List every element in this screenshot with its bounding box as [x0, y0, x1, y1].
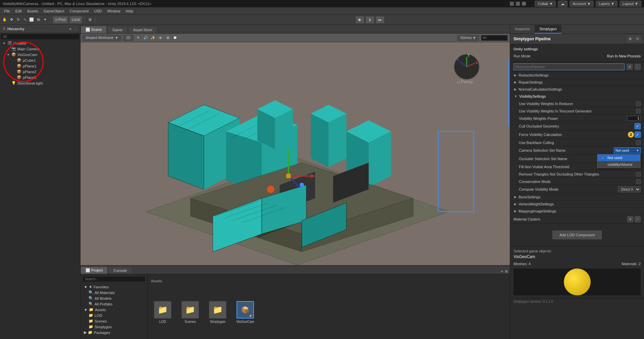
project-scenes-folder[interactable]: 📁 Scenes [82, 318, 146, 324]
rect-tool[interactable]: ⬜ [29, 17, 34, 22]
hier-item-pplane3[interactable]: 📦 pPlane3 [0, 75, 80, 80]
hand-tool[interactable]: ✋ [2, 17, 7, 22]
transform-tool[interactable]: ⊞ [36, 17, 41, 22]
pipeline-bone-settings[interactable]: ▶ BoneSettings [510, 194, 644, 201]
project-all-prefabs[interactable]: 🔍 All Prefabs [82, 301, 146, 307]
menu-usd[interactable]: USD [91, 8, 104, 14]
hier-item-pcube1[interactable]: 📦 pCube1 [0, 57, 80, 63]
hier-item-untitled[interactable]: ▼ 🎬 Untitled [0, 40, 80, 46]
compute-visibility-select[interactable]: Direct X Raycast [618, 186, 641, 192]
reduction-pipeline-input[interactable] [514, 63, 625, 70]
view-2d-btn[interactable]: 2D [123, 35, 133, 41]
project-assets-folder[interactable]: ▼ 📁 Assets [82, 307, 146, 312]
dropdown-opt-not-used[interactable]: ✓ Not used [597, 154, 640, 161]
tab-game[interactable]: Game [107, 26, 127, 33]
layout-btn[interactable]: Layout ▼ [620, 1, 641, 7]
menu-edit[interactable]: Edit [13, 8, 24, 14]
pipeline-mapping-image[interactable]: ▶ MappingImageSettings [510, 208, 644, 215]
pipeline-repair-settings[interactable]: ▶ RepairSettings [510, 79, 644, 86]
settings-gear-btn[interactable]: ⚙ [627, 36, 633, 42]
scene-view[interactable]: x y z ◁ Persp [80, 42, 510, 265]
gizmos-btn[interactable]: Gizmos ▼ [457, 35, 479, 41]
move-tool[interactable]: ✥ [9, 17, 14, 22]
scene-lights-btn[interactable]: ☀ [136, 35, 141, 41]
hier-item-pplane2[interactable]: 📦 pPlane2 [0, 69, 80, 75]
close-panel-btn[interactable]: ✕ [635, 36, 641, 42]
checkbox-backface[interactable] [636, 140, 641, 145]
rotate-tool[interactable]: ↻ [15, 17, 21, 22]
project-lod-folder[interactable]: 📁 LOD [82, 312, 146, 318]
pipeline-visibility-settings[interactable]: ▼ VisibilitySettings [510, 93, 644, 100]
scene-effects-btn[interactable]: ✨ [150, 35, 156, 41]
material-casters-more[interactable]: + [635, 216, 641, 222]
shading-mode-btn[interactable]: Shaded Wireframe ▼ [83, 35, 121, 41]
menu-gameobject[interactable]: GameObject [41, 8, 67, 14]
project-simplygon-folder[interactable]: 📁 Simplygon [82, 324, 146, 330]
project-packages-folder[interactable]: ▶ 📁 Packages [82, 330, 146, 335]
menu-help[interactable]: Help [123, 8, 136, 14]
material-casters-settings[interactable]: ⚙ [627, 216, 633, 222]
tab-scene[interactable]: ⬜ Scene [80, 26, 107, 33]
scene-audio-btn[interactable]: 🔊 [143, 35, 148, 41]
snap-settings[interactable]: ⊞ [87, 17, 93, 22]
project-favorites[interactable]: ▼ ★ Favorites [82, 284, 146, 290]
scene-snap-btn[interactable]: 🔲 [172, 35, 178, 41]
weights-power-input[interactable] [627, 116, 641, 121]
hier-item-pplane1[interactable]: 📦 pPlane1 [0, 63, 80, 69]
scene-grid-btn[interactable]: ⊞ [165, 35, 170, 41]
project-add-btn[interactable]: + [501, 269, 503, 274]
asset-scenes[interactable]: 📁 Scenes [178, 301, 202, 324]
checkbox-remove-triangles[interactable] [636, 172, 641, 177]
project-all-materials[interactable]: 🔍 All Materials [82, 290, 146, 295]
asset-lod[interactable]: 📁 LOD [151, 301, 174, 324]
hier-item-visgeo-cam[interactable]: ▼ 📦 VisGeoCam [0, 52, 80, 57]
minimize-btn[interactable]: ─ [510, 2, 514, 6]
menu-window[interactable]: Window [105, 8, 123, 14]
account-btn[interactable]: Account ▼ [570, 1, 594, 7]
layers-btn[interactable]: Layers ▼ [596, 1, 618, 7]
dropdown-opt-visibility-volume[interactable]: visibilityVolume [597, 161, 640, 168]
tab-asset-store[interactable]: Asset Store [128, 26, 157, 33]
hier-item-main-camera[interactable]: 📷 Main Camera [0, 46, 80, 52]
maximize-btn[interactable]: □ [516, 2, 520, 6]
scene-hidden-btn[interactable]: 👁 [158, 35, 163, 41]
checkbox-weights-reducer[interactable] [636, 101, 641, 106]
local-btn[interactable]: Local [69, 16, 82, 23]
project-search[interactable] [83, 277, 145, 282]
tab-project[interactable]: ⬜ Project [80, 267, 108, 274]
hierarchy-search[interactable] [1, 34, 79, 39]
project-all-models[interactable]: 🔍 All Models [82, 295, 146, 301]
tab-simplygon[interactable]: Simplygon [535, 25, 561, 34]
asset-visgeo-cam[interactable]: 📦 ▶ VisGeoCam [233, 301, 257, 324]
scale-tool[interactable]: ⤡ [22, 17, 28, 22]
scene-search[interactable] [481, 35, 508, 41]
pipeline-reduction-settings[interactable]: ▶ ReductionSettings [510, 72, 644, 79]
checkbox-weights-texcoord[interactable] [636, 109, 641, 113]
menu-assets[interactable]: Assets [24, 8, 41, 14]
custom-tool[interactable]: ✦ [42, 17, 48, 22]
add-lod-btn[interactable]: Add LOD Component [552, 231, 602, 239]
pipeline-settings-btn[interactable]: ⚙ [627, 64, 633, 70]
play-btn[interactable]: ▶ [356, 16, 364, 23]
camera-selection-dropdown[interactable]: Not used ▼ [614, 147, 641, 153]
tab-inspector[interactable]: Inspector [510, 25, 535, 34]
asset-simplygon[interactable]: 📁 Simplygon [206, 301, 229, 324]
tab-console[interactable]: Console [108, 267, 132, 274]
hierarchy-add-btn[interactable]: + [69, 26, 72, 32]
checkbox-force-vis[interactable]: ✓ [635, 132, 641, 138]
pipeline-vertex-weight[interactable]: ▶ VertexWeightSettings [510, 201, 644, 208]
pivot-btn[interactable]: ⊙ Pivot [53, 16, 68, 23]
pipeline-normal-settings[interactable]: ▶ NormalCalculationSettings [510, 86, 644, 93]
checkbox-cull-occluded[interactable]: ✓ [635, 123, 641, 129]
pause-btn[interactable]: ⏸ [366, 16, 374, 23]
checkbox-conservative[interactable] [636, 179, 641, 184]
close-btn[interactable]: ✕ [522, 2, 526, 6]
collab-btn[interactable]: Collab ▼ [535, 1, 556, 7]
hierarchy-more-btn[interactable]: ⋮ [74, 27, 77, 31]
pipeline-more-btn[interactable]: ⋮ [635, 64, 641, 70]
project-layout-btn[interactable]: ⊞ [505, 269, 508, 274]
cloud-btn[interactable]: ☁ [558, 1, 568, 7]
step-btn[interactable]: ⏭ [376, 16, 384, 23]
menu-component[interactable]: Component [67, 8, 91, 14]
menu-file[interactable]: File [1, 8, 13, 14]
